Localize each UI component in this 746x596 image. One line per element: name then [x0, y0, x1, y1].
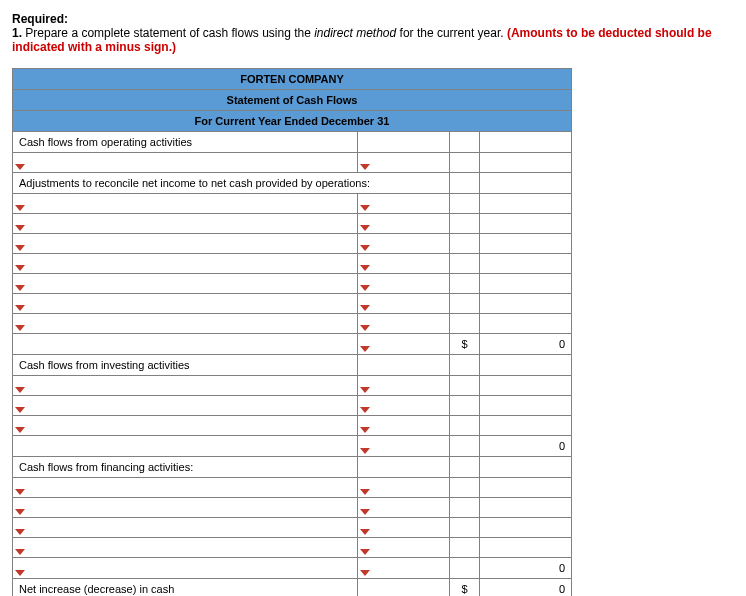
cell: [450, 234, 480, 254]
cell[interactable]: [358, 355, 450, 376]
amount-input[interactable]: [358, 294, 450, 314]
cell[interactable]: [480, 538, 572, 558]
cell: [450, 436, 480, 457]
net-increase-value: 0: [480, 579, 572, 597]
amount-input[interactable]: [358, 274, 450, 294]
amount-input[interactable]: [358, 314, 450, 334]
cell: [450, 478, 480, 498]
cell: [450, 214, 480, 234]
line-item-dropdown[interactable]: [13, 538, 358, 558]
line-item-dropdown[interactable]: [13, 314, 358, 334]
cell[interactable]: [480, 153, 572, 173]
cell[interactable]: [480, 214, 572, 234]
text-part1: Prepare a complete statement of cash flo…: [22, 26, 314, 40]
cell: [450, 498, 480, 518]
line-item-dropdown[interactable]: [13, 498, 358, 518]
cell[interactable]: [480, 518, 572, 538]
cell: [450, 518, 480, 538]
cell[interactable]: [480, 234, 572, 254]
amount-input[interactable]: [358, 416, 450, 436]
adjustments-label: Adjustments to reconcile net income to n…: [13, 173, 450, 194]
statement-title: Statement of Cash Flows: [13, 90, 572, 111]
dollar-sign: $: [450, 579, 480, 597]
cell[interactable]: [13, 334, 358, 355]
amount-input[interactable]: [358, 234, 450, 254]
cell[interactable]: [480, 254, 572, 274]
line-item-dropdown[interactable]: [13, 234, 358, 254]
cell: [450, 355, 480, 376]
text-italic: indirect method: [314, 26, 396, 40]
period-header: For Current Year Ended December 31: [13, 111, 572, 132]
cell[interactable]: [480, 457, 572, 478]
cell: [450, 173, 480, 194]
cell[interactable]: [358, 457, 450, 478]
line-item-dropdown[interactable]: [13, 518, 358, 538]
cell: [450, 294, 480, 314]
cell[interactable]: [480, 314, 572, 334]
instructions: Required: 1. Prepare a complete statemen…: [12, 12, 734, 54]
cell: [450, 558, 480, 579]
amount-input[interactable]: [358, 396, 450, 416]
cell[interactable]: [480, 132, 572, 153]
company-header: FORTEN COMPANY: [13, 69, 572, 90]
cell[interactable]: [13, 436, 358, 457]
cell[interactable]: [480, 396, 572, 416]
amount-input[interactable]: [358, 498, 450, 518]
line-item-dropdown[interactable]: [13, 294, 358, 314]
requirement-line: 1. Prepare a complete statement of cash …: [12, 26, 734, 54]
operating-total: 0: [480, 334, 572, 355]
cell: [450, 194, 480, 214]
cell[interactable]: [480, 355, 572, 376]
cell: [450, 254, 480, 274]
cell[interactable]: [480, 478, 572, 498]
amount-input[interactable]: [358, 194, 450, 214]
cell: [450, 153, 480, 173]
required-label: Required:: [12, 12, 734, 26]
cell: [450, 314, 480, 334]
amount-input[interactable]: [358, 334, 450, 355]
financing-section-label: Cash flows from financing activities:: [13, 457, 358, 478]
cell[interactable]: [480, 294, 572, 314]
dollar-sign: $: [450, 334, 480, 355]
cell: [450, 396, 480, 416]
amount-input[interactable]: [358, 436, 450, 457]
line-item-dropdown[interactable]: [13, 478, 358, 498]
line-item-dropdown[interactable]: [13, 416, 358, 436]
cell[interactable]: [358, 132, 450, 153]
amount-input[interactable]: [358, 214, 450, 234]
investing-section-label: Cash flows from investing activities: [13, 355, 358, 376]
cell: [450, 274, 480, 294]
amount-input[interactable]: [358, 254, 450, 274]
cell[interactable]: [480, 416, 572, 436]
amount-input[interactable]: [358, 153, 450, 173]
cell[interactable]: [358, 579, 450, 597]
amount-input[interactable]: [358, 376, 450, 396]
amount-input[interactable]: [358, 478, 450, 498]
cell[interactable]: [480, 376, 572, 396]
cell[interactable]: [480, 194, 572, 214]
cell: [450, 376, 480, 396]
investing-total: 0: [480, 436, 572, 457]
cash-flow-statement-table: FORTEN COMPANY Statement of Cash Flows F…: [12, 68, 572, 596]
cell[interactable]: [480, 173, 572, 194]
amount-input[interactable]: [358, 518, 450, 538]
line-item-dropdown[interactable]: [13, 194, 358, 214]
cell: [450, 416, 480, 436]
line-item-dropdown[interactable]: [13, 396, 358, 416]
line-item-dropdown[interactable]: [13, 376, 358, 396]
text-part2: for the current year.: [396, 26, 507, 40]
net-increase-label: Net increase (decrease) in cash: [13, 579, 358, 597]
line-item-dropdown[interactable]: [13, 274, 358, 294]
item-number: 1.: [12, 26, 22, 40]
cell[interactable]: [480, 274, 572, 294]
cell: [450, 132, 480, 153]
amount-input[interactable]: [358, 538, 450, 558]
line-item-dropdown[interactable]: [13, 214, 358, 234]
operating-section-label: Cash flows from operating activities: [13, 132, 358, 153]
line-item-dropdown[interactable]: [13, 254, 358, 274]
line-item-dropdown[interactable]: [13, 558, 358, 579]
line-item-dropdown[interactable]: [13, 153, 358, 173]
amount-input[interactable]: [358, 558, 450, 579]
cell: [450, 538, 480, 558]
cell[interactable]: [480, 498, 572, 518]
